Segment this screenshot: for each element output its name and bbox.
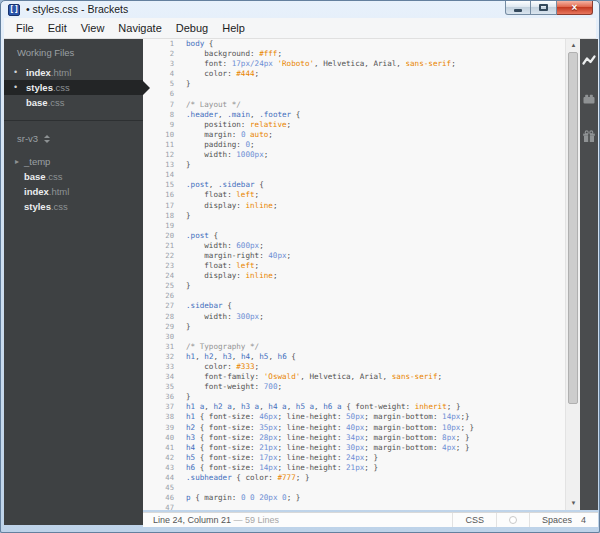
window-title: • styles.css - Brackets: [26, 1, 128, 18]
code-line[interactable]: 31/* Typography */: [143, 342, 565, 352]
code-line[interactable]: 47: [143, 503, 565, 510]
maximize-button[interactable]: [531, 1, 557, 15]
code-line[interactable]: 21 width: 600px;: [143, 241, 565, 251]
code-line[interactable]: 15.post, .sidebar {: [143, 180, 565, 190]
menu-file[interactable]: File: [9, 18, 41, 38]
code-line[interactable]: 16 float: left;: [143, 190, 565, 200]
code-line[interactable]: 5}: [143, 79, 565, 89]
code-line[interactable]: 7/* Layout */: [143, 100, 565, 110]
code-text: .sidebar {: [174, 301, 232, 311]
code-line[interactable]: 41h4 { font-size: 21px; line-height: 30p…: [143, 443, 565, 453]
line-number: 27: [143, 301, 174, 311]
language-indicator[interactable]: CSS: [452, 513, 496, 527]
code-line[interactable]: 33 color: #333;: [143, 362, 565, 372]
code-line[interactable]: 24 display: inline;: [143, 271, 565, 281]
code-line[interactable]: 44.subheader { color: #777; }: [143, 473, 565, 483]
tree-item-index[interactable]: index.html: [4, 184, 143, 199]
menu-help[interactable]: Help: [215, 18, 252, 38]
scroll-down-icon[interactable]: ▼: [566, 497, 581, 510]
code-text: width: 600px;: [174, 241, 264, 251]
code-line[interactable]: 34 font-family: 'Oswald', Helvetica, Ari…: [143, 372, 565, 382]
code-line[interactable]: 26: [143, 291, 565, 301]
code-text: [174, 170, 186, 180]
code-line[interactable]: 37h1 a, h2 a, h3 a, h4 a, h5 a, h6 a { f…: [143, 402, 565, 412]
working-file-index-html[interactable]: •index.html: [4, 65, 143, 80]
right-toolbar: [580, 39, 598, 510]
code-line[interactable]: 11 padding: 0;: [143, 140, 565, 150]
minimize-button[interactable]: [505, 1, 531, 15]
code-line[interactable]: 42h5 { font-size: 17px; line-height: 24p…: [143, 453, 565, 463]
code-line[interactable]: 22 margin-right: 40px;: [143, 251, 565, 261]
code-line[interactable]: 43h6 { font-size: 14px; line-height: 21p…: [143, 463, 565, 473]
code-editor[interactable]: 1body {2 background: #fff;3 font: 17px/2…: [143, 39, 565, 510]
code-text: h6 { font-size: 14px; line-height: 21px;…: [174, 463, 378, 473]
lint-status[interactable]: [496, 513, 529, 527]
code-text: margin-right: 40px;: [174, 251, 291, 261]
scrollbar-thumb[interactable]: [568, 52, 578, 404]
line-number: 4: [143, 69, 174, 79]
code-line[interactable]: 25}: [143, 281, 565, 291]
code-line[interactable]: 13}: [143, 160, 565, 170]
code-line[interactable]: 35 font-weight: 700;: [143, 382, 565, 392]
indent-value[interactable]: 4: [581, 515, 586, 525]
file-name: index: [26, 67, 51, 78]
code-line[interactable]: 23 float: left;: [143, 261, 565, 271]
cursor-position: Line 24, Column 21 — 59 Lines: [143, 515, 452, 525]
code-line[interactable]: 19: [143, 221, 565, 231]
sidebar: Working Files •index.html•styles.cssbase…: [4, 39, 143, 525]
working-file-base-css[interactable]: base.css: [4, 95, 143, 110]
code-line[interactable]: 40h3 { font-size: 28px; line-height: 34p…: [143, 433, 565, 443]
window-titlebar[interactable]: [] • styles.css - Brackets ×: [1, 1, 599, 18]
code-line[interactable]: 38h1 { font-size: 46px; line-height: 50p…: [143, 412, 565, 422]
code-line[interactable]: 46p { margin: 0 0 20px 0; }: [143, 493, 565, 503]
tree-item-_temp[interactable]: ▸_temp: [4, 154, 143, 169]
live-preview-icon[interactable]: [582, 54, 596, 68]
tree-item-styles[interactable]: styles.css: [4, 199, 143, 214]
code-line[interactable]: 20.post {: [143, 231, 565, 241]
indent-setting[interactable]: Spaces4: [529, 513, 598, 527]
menu-navigate[interactable]: Navigate: [111, 18, 168, 38]
code-line[interactable]: 12 width: 1000px;: [143, 150, 565, 160]
menu-debug[interactable]: Debug: [169, 18, 215, 38]
menu-edit[interactable]: Edit: [41, 18, 74, 38]
lint-circle-icon: [509, 516, 517, 524]
project-file-tree: ▸_tempbase.cssindex.htmlstyles.css: [4, 154, 143, 214]
code-line[interactable]: 9 position: relative;: [143, 120, 565, 130]
code-line[interactable]: 32h1, h2, h3, h4, h5, h6 {: [143, 352, 565, 362]
code-line[interactable]: 36}: [143, 392, 565, 402]
working-file-styles-css[interactable]: •styles.css: [4, 80, 143, 95]
gift-whats-new-icon[interactable]: [582, 130, 596, 144]
code-line[interactable]: 6: [143, 89, 565, 99]
minimize-icon: [514, 9, 522, 12]
code-line[interactable]: 17 display: inline;: [143, 201, 565, 211]
project-dropdown[interactable]: sr-v3: [17, 133, 143, 144]
code-line[interactable]: 18}: [143, 211, 565, 221]
extension-manager-icon[interactable]: [582, 92, 596, 106]
code-text: width: 1000px;: [174, 150, 268, 160]
code-line[interactable]: 3 font: 17px/24px 'Roboto', Helvetica, A…: [143, 59, 565, 69]
editor-scrollbar[interactable]: ▲ ▼: [565, 39, 580, 510]
code-line[interactable]: 27.sidebar {: [143, 301, 565, 311]
code-line[interactable]: 30: [143, 332, 565, 342]
code-line[interactable]: 10 margin: 0 auto;: [143, 130, 565, 140]
scroll-up-icon[interactable]: ▲: [566, 39, 581, 52]
code-text: [174, 221, 186, 231]
code-line[interactable]: 29}: [143, 322, 565, 332]
code-line[interactable]: 8.header, .main, .footer {: [143, 110, 565, 120]
code-line[interactable]: 4 color: #444;: [143, 69, 565, 79]
code-text: [174, 89, 186, 99]
code-line[interactable]: 45: [143, 483, 565, 493]
code-line[interactable]: 14: [143, 170, 565, 180]
menu-view[interactable]: View: [74, 18, 112, 38]
code-line[interactable]: 28 width: 300px;: [143, 312, 565, 322]
code-line[interactable]: 39h2 { font-size: 35px; line-height: 40p…: [143, 423, 565, 433]
code-line[interactable]: 2 background: #fff;: [143, 49, 565, 59]
code-text: font-family: 'Oswald', Helvetica, Arial,…: [174, 372, 442, 382]
code-line[interactable]: 1body {: [143, 39, 565, 49]
code-text: body {: [174, 39, 213, 49]
tree-item-base[interactable]: base.css: [4, 169, 143, 184]
line-number: 35: [143, 382, 174, 392]
brackets-window: [] • styles.css - Brackets × FileEditVie…: [0, 0, 600, 533]
code-text: [174, 291, 186, 301]
close-button[interactable]: ×: [557, 1, 593, 15]
